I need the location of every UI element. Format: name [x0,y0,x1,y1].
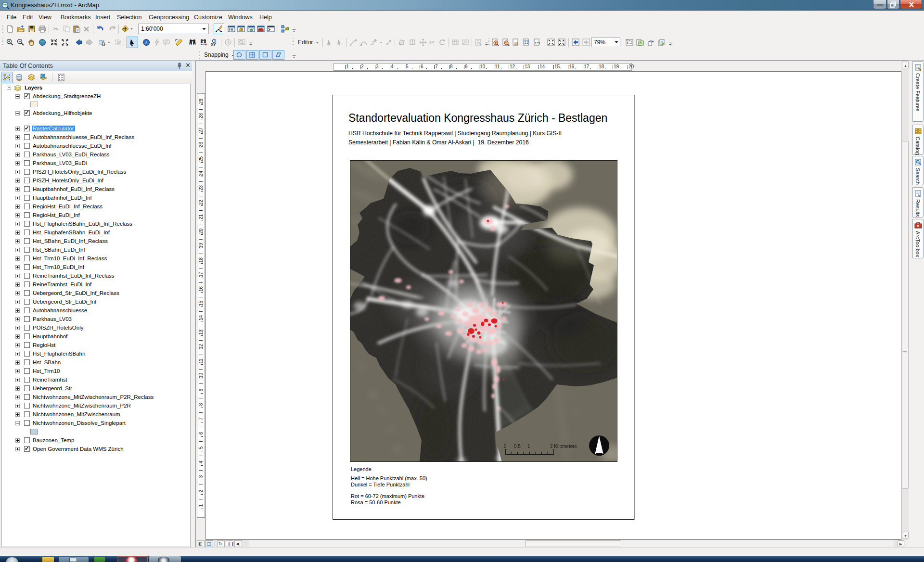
svg-text:0.5: 0.5 [514,444,521,449]
svg-text:1: 1 [527,444,530,449]
svg-text:2 Kilometers: 2 Kilometers [550,444,577,449]
svg-text:1:1: 1:1 [535,41,540,45]
svg-text:✂: ✂ [429,38,435,46]
svg-text:i: i [145,40,147,45]
svg-text:XY: XY [211,42,216,46]
svg-text:✂: ✂ [53,25,59,33]
svg-text:0: 0 [504,444,507,449]
